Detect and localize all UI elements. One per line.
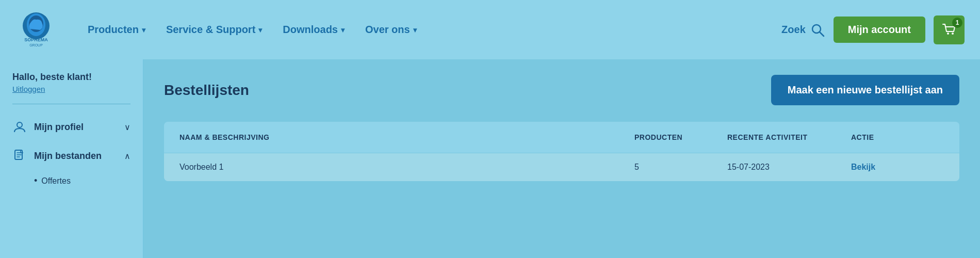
chevron-up-icon: ∧ [124,151,130,161]
bestellijsten-table: NAAM & BESCHRIJVING PRODUCTEN RECENTE AC… [164,122,959,181]
chevron-down-icon: ▾ [258,26,262,34]
nav-label-downloads: Downloads [283,24,338,36]
cell-producten-0: 5 [634,163,727,172]
svg-point-7 [947,33,949,35]
logo-area[interactable]: SOPREMA GROUP [15,9,57,51]
sidebar-greeting: Hallo, beste klant! [12,72,130,83]
nav-label-over-ons: Over ons [365,24,410,36]
cart-badge: 1 [952,18,962,28]
cart-button[interactable]: 1 [934,15,965,44]
sidebar-subitem-offertes[interactable]: Offertes [12,170,130,188]
chevron-down-icon: ▾ [142,26,145,34]
search-label: Zoek [781,24,806,36]
content-header: Bestellijsten Maak een nieuwe bestellijs… [164,75,959,105]
sidebar-nav-label-bestanden: Mijn bestanden [34,151,124,162]
search-icon [810,22,825,38]
content-area: Bestellijsten Maak een nieuwe bestellijs… [143,59,980,258]
svg-point-9 [17,122,22,127]
cell-naam-0: Voorbeeld 1 [179,163,634,172]
sidebar-subitem-label-offertes: Offertes [41,176,71,186]
svg-text:GROUP: GROUP [29,43,43,47]
nav-item-service-support[interactable]: Service & Support ▾ [166,24,262,36]
search-button[interactable]: Zoek [781,22,825,38]
mijn-account-label: Mijn account [848,24,911,35]
col-header-producten: PRODUCTEN [634,133,727,141]
document-icon [12,149,27,163]
mijn-account-button[interactable]: Mijn account [834,17,925,43]
table-header-row: NAAM & BESCHRIJVING PRODUCTEN RECENTE AC… [164,122,959,153]
main-nav: Producten ▾ Service & Support ▾ Download… [88,24,781,36]
nav-item-downloads[interactable]: Downloads ▾ [283,24,345,36]
header-right: Zoek Mijn account 1 [781,15,965,44]
nav-label-producten: Producten [88,24,139,36]
person-icon [12,120,27,134]
main-container: Hallo, beste klant! Uitloggen Mijn profi… [0,59,980,258]
chevron-down-icon: ▾ [413,26,417,34]
table-row: Voorbeeld 1 5 15-07-2023 Bekijk [164,153,959,181]
col-header-recente-activiteit: RECENTE ACTIVITEIT [727,133,851,141]
svg-text:SOPREMA: SOPREMA [24,37,48,42]
sidebar-nav-label-profiel: Mijn profiel [34,122,124,133]
sidebar: Hallo, beste klant! Uitloggen Mijn profi… [0,59,143,258]
nav-label-service-support: Service & Support [166,24,255,36]
sidebar-divider [12,104,130,104]
svg-point-8 [952,33,954,35]
chevron-down-icon: ▾ [341,26,345,34]
sidebar-item-mijn-profiel[interactable]: Mijn profiel ∨ [12,112,130,141]
cell-recente-activiteit-0: 15-07-2023 [727,163,851,172]
cell-actie-bekijk-0[interactable]: Bekijk [851,163,944,172]
logo-icon: SOPREMA GROUP [15,9,57,51]
sidebar-item-mijn-bestanden[interactable]: Mijn bestanden ∧ [12,141,130,170]
page-title: Bestellijsten [164,82,249,99]
col-header-naam: NAAM & BESCHRIJVING [179,133,634,141]
logout-link[interactable]: Uitloggen [12,85,130,93]
nav-item-over-ons[interactable]: Over ons ▾ [365,24,417,36]
col-header-actie: ACTIE [851,133,944,141]
nav-item-producten[interactable]: Producten ▾ [88,24,145,36]
new-list-button[interactable]: Maak een nieuwe bestellijst aan [771,75,959,105]
chevron-down-icon: ∨ [124,122,130,132]
header: SOPREMA GROUP Producten ▾ Service & Supp… [0,0,980,59]
svg-line-6 [820,32,824,36]
